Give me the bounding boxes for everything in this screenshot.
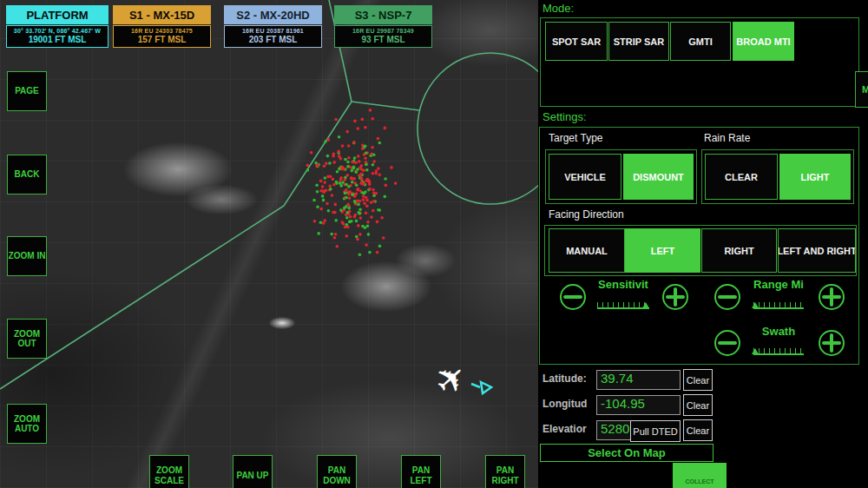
pan-left-button[interactable]: PAN LEFT [401,455,441,488]
range-label: Range Mi [731,278,826,291]
minus-icon [718,341,737,345]
sensor-altitude: 157 FT MSL [115,35,209,44]
target-type-label: Target Type [549,132,602,144]
sensor-title: S1 - MX-15D [113,5,211,24]
sensor-grid: 16R EU 29987 78349 [336,28,431,34]
longitude-label: Longitud [542,398,587,410]
pan-down-button[interactable]: PAN DOWN [317,455,357,488]
rain-light-button[interactable]: LIGHT [779,154,851,200]
facing-direction-label: Facing Direction [549,208,624,221]
zoom-out-button[interactable]: ZOOM OUT [7,319,47,359]
back-button[interactable]: BACK [7,155,47,195]
mti-detection-dots [306,109,398,256]
settings-section-label: Settings: [542,110,587,123]
page-button[interactable]: PAGE [7,71,47,111]
mode-broad-mti-button[interactable]: BROAD MTI [733,22,794,61]
footprint-boundary-lines [0,0,538,389]
slider-pointer-icon[interactable] [752,302,759,308]
sensitivity-increase-button[interactable] [662,284,688,310]
facing-right-button[interactable]: RIGHT [701,228,777,273]
range-increase-button[interactable] [819,284,845,310]
control-panel: Mode: SPOT SAR STRIP SAR GMTI BROAD MTI … [538,0,868,488]
platform-title: PLATFORM [6,5,108,24]
edge-menu-button[interactable]: M [855,71,868,108]
zoom-in-button[interactable]: ZOOM IN [7,236,47,276]
sensor-card-s1: S1 - MX-15D 16R EU 24303 78475 157 FT MS… [113,5,211,48]
pull-dted-button[interactable]: Pull DTED [630,420,681,442]
sensor-grid: 16R EU 20387 81961 [226,28,320,34]
slider-pointer-icon[interactable] [642,302,649,308]
map-viewport[interactable]: ✈ PLATFORM 30° 33.702' N, 086° 42.467' W… [0,0,538,488]
zoom-scale-button[interactable]: ZOOM SCALE [149,455,189,488]
select-on-map-button[interactable]: Select On Map [540,444,713,462]
rain-clear-button[interactable]: CLEAR [705,154,778,200]
longitude-input[interactable]: -104.95 [596,395,681,415]
mode-spot-sar-button[interactable]: SPOT SAR [545,22,608,61]
platform-coords: 30° 33.702' N, 086° 42.467' W [8,28,107,34]
target-dismount-button[interactable]: DISMOUNT [623,154,694,200]
longitude-clear-button[interactable]: Clear [683,394,713,416]
sensor-altitude: 93 FT MSL [336,35,431,44]
range-slider[interactable] [753,300,804,309]
elevation-input[interactable]: 5280 [596,420,634,440]
pan-right-button[interactable]: PAN RIGHT [485,455,525,488]
facing-left-and-right-button[interactable]: LEFT AND RIGHT [778,228,856,273]
swath-label: Swath [731,325,826,338]
sensor-grid: 16R EU 24303 78475 [115,28,209,34]
latitude-clear-button[interactable]: Clear [683,369,713,391]
sensitivity-label: Sensitivit [575,278,671,291]
swath-increase-button[interactable] [819,330,845,356]
slider-pointer-icon[interactable] [752,348,759,354]
sensor-altitude: 203 FT MSL [226,35,320,44]
elevation-label: Elevatior [542,423,587,435]
swath-slider[interactable] [753,346,804,355]
minus-icon [718,295,737,299]
pan-up-button[interactable]: PAN UP [233,455,273,488]
latitude-label: Latitude: [542,373,587,385]
facing-left-button[interactable]: LEFT [625,228,700,273]
mode-gmti-button[interactable]: GMTI [670,22,731,61]
platform-altitude: 19001 FT MSL [8,35,107,44]
sensitivity-slider[interactable] [597,300,649,309]
minus-icon [563,295,582,299]
platform-card: PLATFORM 30° 33.702' N, 086° 42.467' W 1… [6,5,108,48]
facing-manual-button[interactable]: MANUAL [549,228,625,273]
target-vehicle-button[interactable]: VEHICLE [549,154,621,200]
rain-rate-label: Rain Rate [704,132,750,144]
collect-button[interactable]: COLLECT [673,463,727,488]
sensor-card-s2: S2 - MX-20HD 16R EU 20387 81961 203 FT M… [224,5,322,48]
sensor-card-s3: S3 - NSP-7 16R EU 29987 78349 93 FT MSL [334,5,432,48]
map-overlay: ✈ [0,0,538,488]
zoom-auto-button[interactable]: ZOOM AUTO [7,404,47,444]
app: ✈ PLATFORM 30° 33.702' N, 086° 42.467' W… [0,0,868,488]
elevation-clear-button[interactable]: Clear [683,419,713,441]
mode-strip-sar-button[interactable]: STRIP SAR [608,22,669,61]
sensor-title: S3 - NSP-7 [334,5,432,24]
aircraft-icon: ✈ [425,353,491,406]
svg-text:✈: ✈ [425,353,477,406]
mode-section-label: Mode: [542,2,574,15]
latitude-input[interactable]: 39.74 [596,370,681,390]
sensor-title: S2 - MX-20HD [224,5,322,24]
